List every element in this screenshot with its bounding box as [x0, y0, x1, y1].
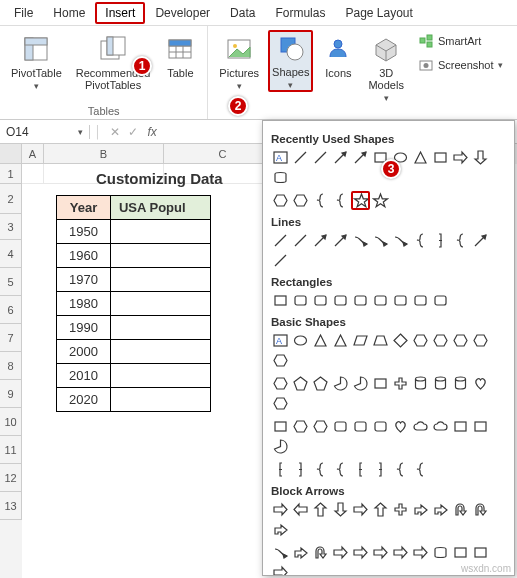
shape-cloud[interactable]: [411, 417, 430, 436]
shape-scroll[interactable]: [431, 543, 450, 562]
cell-pop[interactable]: [110, 340, 210, 364]
shape-brace[interactable]: [391, 460, 410, 479]
shape-line[interactable]: [271, 251, 290, 270]
shape-rect[interactable]: [471, 543, 490, 562]
shape-rbr[interactable]: [371, 460, 390, 479]
smartart-button[interactable]: SmartArt: [413, 30, 508, 52]
shape-trap[interactable]: [371, 331, 390, 350]
shape-rrect[interactable]: [371, 417, 390, 436]
shape-rrect[interactable]: [331, 291, 350, 310]
shape-lineA[interactable]: [351, 148, 370, 167]
shape-hex[interactable]: [311, 417, 330, 436]
row-header[interactable]: 8: [0, 352, 22, 380]
cell-year[interactable]: 2000: [57, 340, 111, 364]
shape-rrect[interactable]: [411, 291, 430, 310]
shape-hex[interactable]: [411, 331, 430, 350]
shape-rect[interactable]: [451, 543, 470, 562]
shape-lineA[interactable]: [331, 231, 350, 250]
shape-cyl[interactable]: [451, 374, 470, 393]
3d-models-button[interactable]: 3D Models ▾: [363, 30, 408, 106]
shape-arrR[interactable]: [351, 500, 370, 519]
row-header[interactable]: 7: [0, 324, 22, 352]
shape-para[interactable]: [351, 331, 370, 350]
shape-arrU[interactable]: [371, 500, 390, 519]
shape-curveR[interactable]: [351, 231, 370, 250]
shape-brace[interactable]: [311, 191, 330, 210]
shape-line[interactable]: [311, 148, 330, 167]
fx-icon[interactable]: fx: [142, 125, 163, 139]
shape-oval[interactable]: [291, 331, 310, 350]
table-button[interactable]: Table: [159, 30, 201, 82]
shape-rect[interactable]: [271, 291, 290, 310]
shape-hex[interactable]: [431, 331, 450, 350]
shape-pie[interactable]: [271, 437, 290, 456]
shape-pie[interactable]: [351, 374, 370, 393]
row-header[interactable]: 13: [0, 492, 22, 520]
screenshot-button[interactable]: Screenshot ▾: [413, 54, 508, 76]
shape-arrR[interactable]: [331, 543, 350, 562]
shape-hex[interactable]: [451, 331, 470, 350]
icons-button[interactable]: Icons: [317, 30, 359, 82]
shape-hex[interactable]: [291, 417, 310, 436]
shape-bentA[interactable]: [291, 543, 310, 562]
shape-arrU[interactable]: [311, 500, 330, 519]
shape-heart[interactable]: [471, 374, 490, 393]
shape-star[interactable]: [351, 191, 370, 210]
shape-hex[interactable]: [471, 331, 490, 350]
cell-year[interactable]: 1980: [57, 292, 111, 316]
shape-textbox[interactable]: A: [271, 148, 290, 167]
cell-pop[interactable]: [110, 220, 210, 244]
shape-arrR[interactable]: [451, 148, 470, 167]
shape-arrD[interactable]: [331, 500, 350, 519]
shape-pent[interactable]: [291, 374, 310, 393]
shape-pent[interactable]: [311, 374, 330, 393]
shape-uturn[interactable]: [471, 500, 490, 519]
cell-year[interactable]: 2020: [57, 388, 111, 412]
shape-rrect[interactable]: [431, 291, 450, 310]
row-header[interactable]: 1: [0, 164, 22, 184]
shape-curveR[interactable]: [391, 231, 410, 250]
shape-hex[interactable]: [271, 374, 290, 393]
shape-bentA[interactable]: [431, 500, 450, 519]
row-header[interactable]: 3: [0, 214, 22, 240]
shape-lineA[interactable]: [331, 148, 350, 167]
shape-rrect[interactable]: [331, 417, 350, 436]
tab-file[interactable]: File: [4, 2, 43, 24]
shape-curveR[interactable]: [271, 543, 290, 562]
shape-rect[interactable]: [431, 148, 450, 167]
shape-cyl[interactable]: [431, 374, 450, 393]
pictures-button[interactable]: Pictures ▾: [214, 30, 264, 94]
header-year[interactable]: Year: [57, 196, 111, 220]
shape-diam[interactable]: [391, 331, 410, 350]
cell-pop[interactable]: [110, 364, 210, 388]
shape-hex[interactable]: [271, 394, 290, 413]
shape-arrR[interactable]: [271, 500, 290, 519]
shape-rrect[interactable]: [311, 291, 330, 310]
shape-arrR[interactable]: [351, 543, 370, 562]
tab-pagelayout[interactable]: Page Layout: [335, 2, 422, 24]
shape-rect[interactable]: [371, 374, 390, 393]
row-header[interactable]: 12: [0, 464, 22, 492]
shape-arrR[interactable]: [271, 563, 290, 576]
shape-brace[interactable]: [411, 460, 430, 479]
cell-year[interactable]: 1950: [57, 220, 111, 244]
shape-rrect[interactable]: [351, 291, 370, 310]
shape-arrR[interactable]: [411, 543, 430, 562]
header-pop[interactable]: USA Popul: [110, 196, 210, 220]
shape-plus[interactable]: [391, 500, 410, 519]
shape-tri[interactable]: [411, 148, 430, 167]
shape-rbr[interactable]: [431, 231, 450, 250]
row-header[interactable]: 6: [0, 296, 22, 324]
shape-curveR[interactable]: [371, 231, 390, 250]
cell-year[interactable]: 1990: [57, 316, 111, 340]
cancel-icon[interactable]: ✕: [106, 125, 124, 139]
shape-lineA[interactable]: [471, 231, 490, 250]
enter-icon[interactable]: ✓: [124, 125, 142, 139]
pivottable-button[interactable]: PivotTable ▾: [6, 30, 67, 94]
shape-rrect[interactable]: [371, 291, 390, 310]
shape-heart[interactable]: [391, 417, 410, 436]
shape-tri[interactable]: [311, 331, 330, 350]
shape-rbr[interactable]: [291, 460, 310, 479]
shape-arrL[interactable]: [291, 500, 310, 519]
row-header[interactable]: 11: [0, 436, 22, 464]
